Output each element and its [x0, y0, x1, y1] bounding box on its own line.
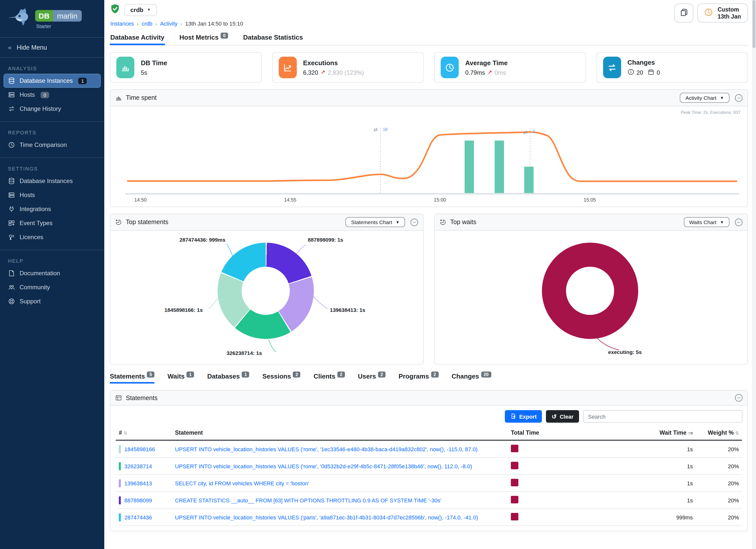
statement-link[interactable]: UPSERT INTO vehicle_location_histories V… [175, 446, 478, 452]
main-area: crdb ▼ Instances›crdb›Activity›13th Jan … [104, 0, 756, 549]
statement-color-bar [119, 445, 121, 453]
detail-tab-clients[interactable]: Clients2 [314, 373, 345, 384]
card-changes[interactable]: Changes 20 0 [596, 52, 748, 83]
statement-id-link[interactable]: 887898099 [124, 497, 152, 503]
clear-button[interactable]: ↺ Clear [546, 410, 579, 423]
tab-label: Clients [314, 373, 335, 380]
sidebar-item-event-types[interactable]: Event Types [4, 217, 100, 230]
export-button[interactable]: Export [505, 410, 542, 423]
detail-tab-changes[interactable]: Changes20 [451, 373, 491, 384]
waits-donut-chart[interactable]: executing: 5s [435, 231, 747, 364]
support-icon [8, 298, 15, 305]
statement-id-link[interactable]: 1845898166 [124, 446, 155, 452]
breadcrumb-13th-jan-14-50-to-15-10: 13th Jan 14:50 to 15:10 [185, 21, 243, 27]
collapse-panel-icon[interactable]: − [411, 218, 418, 226]
collapse-panel-icon[interactable]: − [735, 218, 742, 226]
chevron-double-left-icon: « [8, 44, 12, 51]
database-icon [8, 77, 15, 84]
sidebar-item-support[interactable]: Support [4, 295, 100, 308]
main-tabs: Database ActivityHost Metrics0Database S… [110, 33, 748, 46]
statement-link[interactable]: UPSERT INTO vehicle_location_histories V… [175, 514, 478, 520]
dbmarlin-app: DB marlin Starter « Hide Menu ANALYSISDa… [0, 0, 756, 549]
breadcrumb-instances[interactable]: Instances [110, 21, 134, 27]
tab-label: Statements [110, 373, 145, 380]
panel-title: Top waits [450, 219, 476, 226]
statement-link[interactable]: CREATE STATISTICS __auto__ FROM [63] WIT… [175, 497, 441, 503]
collapse-panel-icon[interactable]: − [735, 94, 742, 102]
column-header--[interactable]: #⇅ [116, 427, 172, 440]
statement-link[interactable]: UPSERT INTO vehicle_location_histories V… [175, 463, 472, 469]
sidebar-item-hosts[interactable]: Hosts [4, 189, 100, 202]
breadcrumb-crdb[interactable]: crdb [142, 21, 152, 27]
slice-label: 326238714: 1s [227, 350, 262, 356]
executions-bar [495, 141, 504, 194]
collapse-panel-icon[interactable]: − [735, 394, 742, 402]
executions-bar [524, 167, 533, 194]
panel-title: Statements [126, 394, 157, 401]
top-waits-panel: Top waits Waits Chart▼ − executing: 5s [434, 214, 748, 364]
exchange-icon [8, 105, 15, 112]
sidebar-item-hosts[interactable]: Hosts0 [4, 88, 100, 101]
copy-link-button[interactable] [675, 4, 694, 23]
sidebar-item-label: Integrations [20, 206, 51, 213]
statement-id-link[interactable]: 139638413 [124, 480, 152, 486]
card-executions[interactable]: Executions 6,320 ↗ 2,830 (123%) [272, 52, 424, 83]
tab-database-statistics[interactable]: Database Statistics [243, 33, 303, 45]
time-range-button[interactable]: Custom 13th Jan [698, 4, 748, 23]
column-header-weight-[interactable]: Weight %⇅ [696, 427, 742, 440]
brand-marlin: marlin [53, 10, 81, 22]
detail-tab-databases[interactable]: Databases1 [207, 373, 249, 384]
change-marker-icon[interactable]: ⇄ [373, 127, 377, 132]
logo-block[interactable]: DB marlin Starter [0, 0, 104, 32]
statements-chart-select[interactable]: Statements Chart▼ [346, 217, 405, 227]
instance-selector[interactable]: crdb ▼ [124, 4, 157, 16]
clock-icon [705, 8, 713, 18]
detail-tab-programs[interactable]: Programs2 [399, 373, 438, 384]
hide-menu-button[interactable]: « Hide Menu [0, 37, 104, 58]
people-icon [8, 284, 15, 291]
detail-tab-users[interactable]: Users2 [358, 373, 386, 384]
sidebar-item-licences[interactable]: Licences [4, 231, 100, 244]
average-time-delta: 0ms [495, 69, 506, 76]
search-input[interactable] [583, 410, 742, 423]
change-marker-icon[interactable]: ⇄ [523, 129, 527, 135]
activity-chart-select[interactable]: Activity Chart▼ [680, 93, 729, 103]
scrollbar-thumb[interactable] [752, 0, 755, 48]
statement-link[interactable]: SELECT city, id FROM vehicles WHERE city… [175, 480, 309, 486]
sidebar-item-community[interactable]: Community [4, 281, 100, 294]
tab-label: Host Metrics [179, 34, 219, 41]
sidebar-item-database-instances[interactable]: Database Instances [4, 174, 100, 188]
sidebar-item-documentation[interactable]: Documentation [4, 267, 100, 280]
time-spent-chart[interactable]: ⇄ 18 ⇄ 2 14:50 14:55 15:00 15:05 [115, 110, 742, 204]
count-badge: 2 [337, 372, 345, 378]
hosts-icon [8, 192, 15, 199]
statement-id-link[interactable]: 287474436 [124, 514, 152, 520]
peak-note: Peak Time: 2s, Executions: 837 [681, 110, 740, 115]
info-icon [627, 68, 634, 76]
breadcrumb-activity[interactable]: Activity [160, 21, 177, 27]
sidebar-item-time-comparison[interactable]: Time Comparison [4, 138, 100, 151]
statements-donut-chart[interactable]: 287474436: 999ms 887898099: 1s 184589816… [110, 231, 423, 364]
sidebar-item-integrations[interactable]: Integrations [4, 203, 100, 216]
detail-tab-statements[interactable]: Statements5 [110, 373, 154, 384]
statement-color-bar [119, 496, 121, 504]
tab-host-metrics[interactable]: Host Metrics0 [179, 33, 229, 45]
card-db-time[interactable]: DB Time 5s [110, 52, 261, 83]
x-axis-labels: 14:50 14:55 15:00 15:05 [134, 197, 596, 202]
breadcrumb-separator: › [155, 21, 157, 26]
detail-tab-sessions[interactable]: Sessions2 [262, 373, 301, 384]
detail-tab-waits[interactable]: Waits1 [167, 373, 194, 384]
count-badge: 2 [293, 372, 301, 378]
sidebar-section-analysis: ANALYSISDatabase Instances1Hosts0Change … [0, 58, 104, 117]
total-time-bar [511, 462, 518, 469]
tab-database-activity[interactable]: Database Activity [110, 33, 165, 45]
sidebar-item-change-history[interactable]: Change History [4, 102, 100, 115]
waits-chart-select[interactable]: Waits Chart▼ [684, 217, 729, 227]
page-scrollbar[interactable] [752, 0, 756, 549]
statement-id-link[interactable]: 326238714 [124, 463, 152, 469]
hosts-icon [8, 91, 15, 98]
card-average-time[interactable]: Average Time 0.79ms ↗ 0ms [434, 52, 586, 83]
sidebar-item-database-instances[interactable]: Database Instances1 [4, 74, 100, 87]
column-header-wait-time[interactable]: Wait Time↑≡ [611, 427, 696, 440]
tab-label: Database Statistics [243, 34, 303, 41]
